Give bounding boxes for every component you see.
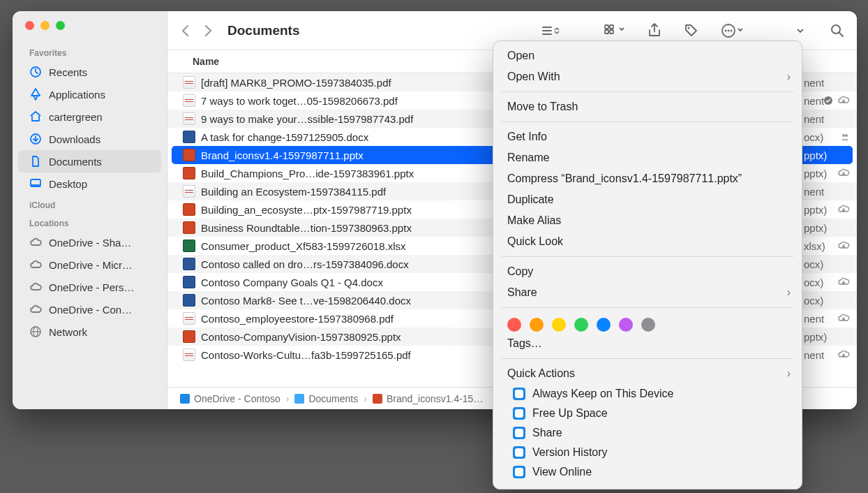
cloud-icon — [29, 281, 42, 293]
house-icon — [29, 110, 42, 123]
apps-icon — [29, 88, 42, 101]
search-button[interactable] — [830, 24, 844, 38]
menu-separator — [502, 358, 793, 359]
sidebar-item-documents[interactable]: Documents — [18, 150, 161, 172]
menu-item[interactable]: Open With› — [493, 66, 802, 87]
path-segment[interactable]: Brand_iconsv1.4-15… — [373, 393, 484, 404]
menu-item[interactable]: Open — [493, 45, 802, 66]
quick-action-item[interactable]: View Online — [493, 462, 802, 482]
file-type-icon — [183, 167, 195, 179]
menu-item[interactable]: Duplicate — [493, 189, 802, 210]
sidebar-item-onedrive-pers[interactable]: OneDrive - Pers… — [13, 276, 167, 298]
kind-cell: pptx) — [798, 200, 851, 219]
sidebar-item-label: Applications — [49, 89, 105, 101]
kind-cell: nent — [798, 346, 851, 364]
chevron-right-icon: › — [787, 71, 791, 83]
menu-item-label: Duplicate — [507, 193, 554, 206]
tag-color-row — [493, 312, 802, 333]
sidebar-item-label: OneDrive - Con… — [49, 304, 132, 316]
menu-item[interactable]: Share› — [493, 282, 802, 303]
forward-button[interactable] — [204, 24, 214, 38]
sidebar-item-recents[interactable]: Recents — [13, 61, 167, 83]
dropdown-button[interactable] — [795, 26, 805, 36]
sidebar-item-onedrive-con[interactable]: OneDrive - Con… — [13, 298, 167, 321]
path-segment[interactable]: OneDrive - Contoso — [180, 393, 280, 404]
pptx-icon — [373, 394, 382, 404]
sidebar-item-desktop[interactable]: Desktop — [13, 172, 167, 195]
sidebar-item-downloads[interactable]: Downloads — [13, 128, 167, 150]
menu-item[interactable]: Move to Trash — [493, 96, 802, 117]
menu-item[interactable]: Compress “Brand_iconsv1.4-1597987711.ppt… — [493, 168, 802, 189]
menu-item[interactable]: Rename — [493, 147, 802, 168]
tag-color-dot[interactable] — [619, 318, 633, 332]
quick-action-item[interactable]: Always Keep on This Device — [493, 384, 802, 404]
menu-item[interactable]: Make Alias — [493, 210, 802, 231]
svg-rect-13 — [610, 30, 613, 34]
quick-action-item[interactable]: Version History — [493, 443, 802, 462]
view-list-button[interactable] — [541, 24, 561, 38]
path-label: OneDrive - Contoso — [194, 393, 280, 404]
menu-item-label: Share — [507, 286, 537, 299]
chevron-right-icon: › — [364, 393, 367, 404]
menu-item-quick-actions[interactable]: Quick Actions› — [493, 363, 802, 384]
group-button[interactable] — [604, 24, 625, 37]
cloud-icon — [29, 303, 42, 316]
svg-point-17 — [728, 29, 730, 31]
sidebar-item-label: Documents — [49, 156, 102, 168]
quick-action-item[interactable]: Share — [493, 423, 802, 443]
kind-cell: ocx) — [798, 273, 851, 291]
quick-action-item[interactable]: Free Up Space — [493, 404, 802, 423]
svg-rect-12 — [605, 30, 608, 34]
menu-item-label: Get Info — [507, 131, 547, 143]
svg-rect-10 — [605, 25, 608, 29]
zoom-button[interactable] — [56, 21, 65, 30]
file-type-icon — [183, 276, 195, 288]
action-menu-button[interactable] — [721, 23, 744, 38]
path-segment[interactable]: Documents — [294, 393, 358, 404]
tag-color-dot[interactable] — [530, 318, 544, 332]
menu-item[interactable]: Get Info — [493, 126, 802, 147]
tags-button[interactable] — [684, 23, 699, 38]
menu-item[interactable]: Copy — [493, 261, 802, 282]
file-type-icon — [183, 258, 195, 270]
tag-color-dot[interactable] — [597, 318, 611, 332]
sidebar-item-label: Downloads — [49, 133, 100, 145]
menu-item-label: Move to Trash — [507, 101, 578, 113]
tag-color-dot[interactable] — [507, 318, 521, 332]
sidebar-section-label: Locations — [13, 213, 167, 231]
sidebar-section-label: Favorites — [13, 43, 167, 61]
folder-blue-icon — [294, 394, 304, 404]
onedrive-icon — [513, 388, 525, 400]
sidebar-item-applications[interactable]: Applications — [13, 83, 167, 105]
sidebar-item-onedrive-micr[interactable]: OneDrive - Micr… — [13, 253, 167, 276]
svg-rect-11 — [610, 25, 613, 29]
menu-item-label: Open With — [507, 71, 560, 83]
path-label: Brand_iconsv1.4-15… — [387, 393, 484, 404]
cloud-icon — [29, 258, 42, 271]
tag-color-dot[interactable] — [641, 318, 655, 332]
kind-cell: pptx) — [798, 164, 851, 182]
sidebar-item-onedrive-sha[interactable]: OneDrive - Sha… — [13, 231, 167, 253]
menu-item[interactable]: Quick Look — [493, 231, 802, 252]
sidebar-item-label: OneDrive - Sha… — [49, 237, 131, 249]
menu-item-label: Compress “Brand_iconsv1.4-1597987711.ppt… — [507, 172, 742, 185]
share-button[interactable] — [648, 23, 661, 38]
kind-cell: nent — [798, 182, 851, 200]
menu-separator — [502, 91, 793, 92]
back-button[interactable] — [180, 24, 190, 38]
context-menu: OpenOpen With›Move to TrashGet InfoRenam… — [493, 41, 802, 490]
file-type-icon — [183, 240, 195, 252]
menu-item-tags[interactable]: Tags… — [493, 333, 802, 354]
minimize-button[interactable] — [40, 21, 50, 30]
tag-color-dot[interactable] — [574, 318, 588, 332]
file-type-icon — [183, 312, 195, 325]
close-button[interactable] — [25, 21, 34, 30]
doc-icon — [29, 155, 42, 168]
kind-column: nentnentnentocx)pptx)pptx)nentpptx)pptx)… — [798, 73, 851, 364]
sidebar-item-network[interactable]: Network — [13, 321, 167, 343]
file-type-icon — [183, 149, 195, 161]
menu-separator — [502, 256, 793, 257]
sidebar-item-home[interactable]: cartergreen — [13, 105, 167, 128]
tag-color-dot[interactable] — [552, 318, 566, 332]
file-type-icon — [183, 294, 195, 307]
